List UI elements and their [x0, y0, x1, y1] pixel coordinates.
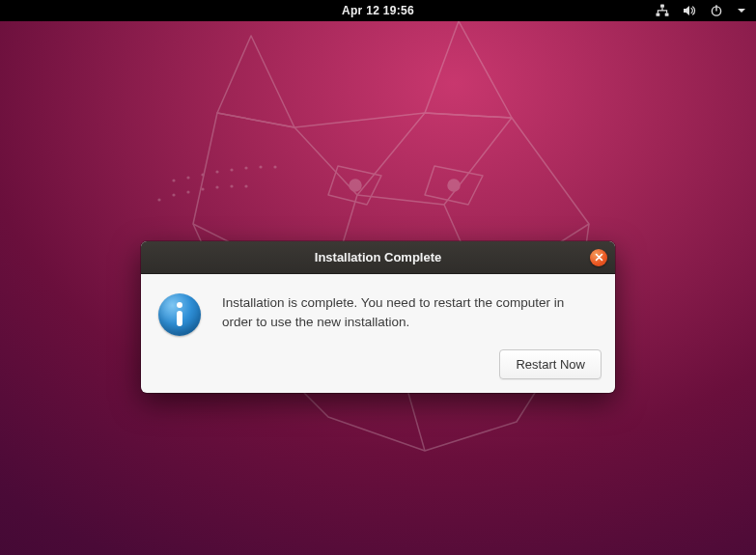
- svg-point-15: [157, 198, 160, 201]
- svg-point-19: [215, 185, 218, 188]
- svg-point-20: [230, 184, 233, 187]
- chevron-down-icon[interactable]: [737, 6, 746, 15]
- dialog-message: Installation is complete. You need to re…: [222, 291, 594, 336]
- topbar: Apr 12 19:56: [0, 0, 756, 21]
- restart-now-button[interactable]: Restart Now: [499, 349, 602, 379]
- dialog-titlebar: Installation Complete: [141, 241, 615, 274]
- svg-point-9: [201, 173, 204, 176]
- svg-rect-2: [665, 14, 669, 16]
- close-icon: [595, 253, 603, 262]
- svg-rect-0: [660, 5, 664, 8]
- svg-point-11: [230, 168, 233, 171]
- svg-point-5: [350, 180, 361, 191]
- installation-complete-dialog: Installation Complete Installation is co…: [141, 241, 615, 393]
- svg-point-13: [259, 165, 262, 168]
- svg-point-21: [244, 184, 247, 187]
- svg-rect-1: [657, 14, 660, 16]
- svg-point-14: [273, 165, 276, 168]
- svg-point-6: [448, 180, 460, 191]
- dialog-body: Installation is complete. You need to re…: [141, 274, 615, 342]
- info-icon: [158, 293, 201, 336]
- svg-point-17: [186, 190, 189, 193]
- power-icon[interactable]: [710, 4, 723, 17]
- svg-point-10: [215, 170, 218, 173]
- svg-point-8: [186, 176, 189, 179]
- svg-point-12: [244, 166, 247, 169]
- system-tray: [656, 0, 746, 21]
- close-button[interactable]: [590, 249, 607, 266]
- network-icon[interactable]: [656, 4, 669, 17]
- svg-point-7: [172, 179, 175, 181]
- clock[interactable]: Apr 12 19:56: [342, 4, 414, 17]
- svg-point-16: [172, 193, 175, 196]
- svg-point-18: [201, 187, 204, 190]
- volume-icon[interactable]: [683, 4, 696, 17]
- dialog-actions: Restart Now: [141, 342, 615, 393]
- dialog-title: Installation Complete: [315, 250, 441, 264]
